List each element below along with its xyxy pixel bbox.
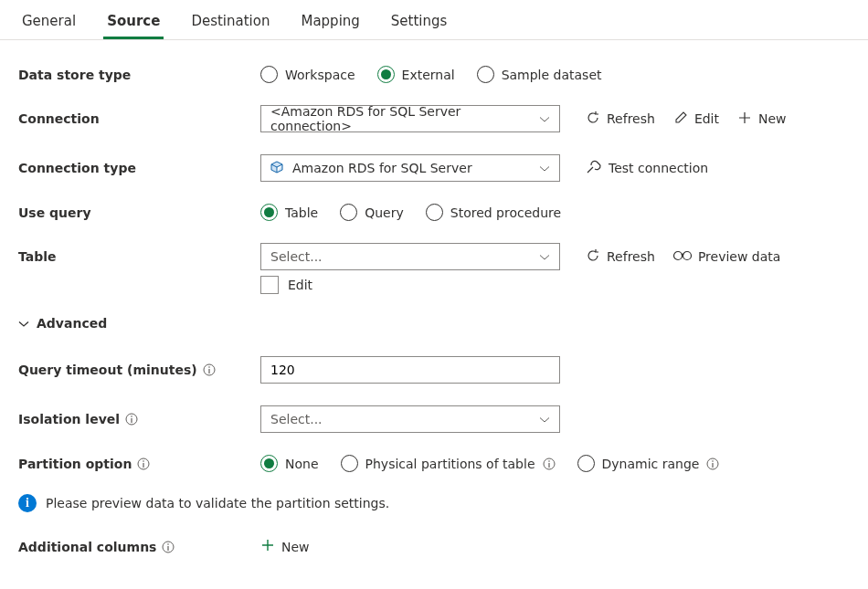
svg-point-0: [673, 252, 682, 260]
tab-settings[interactable]: Settings: [387, 5, 451, 39]
refresh-icon: [586, 110, 600, 128]
isolation-level-dropdown[interactable]: Select...: [260, 405, 560, 433]
svg-point-12: [548, 460, 550, 462]
info-icon[interactable]: [162, 541, 175, 553]
additional-columns-new-button[interactable]: New: [260, 538, 310, 555]
label-table: Table: [18, 249, 260, 264]
chevron-down-icon: [539, 249, 550, 264]
test-connection-button[interactable]: Test connection: [586, 160, 708, 177]
radio-partition-physical-label: Physical partitions of table: [365, 457, 535, 471]
refresh-icon: [586, 248, 600, 266]
svg-rect-19: [168, 546, 169, 551]
svg-rect-10: [143, 463, 144, 468]
radio-workspace[interactable]: Workspace: [260, 66, 355, 83]
radio-workspace-label: Workspace: [285, 68, 355, 82]
plus-icon: [260, 538, 275, 555]
advanced-toggle-label: Advanced: [37, 316, 107, 331]
radio-sample-label: Sample dataset: [502, 68, 602, 82]
radio-partition-dynamic-label: Dynamic range: [602, 457, 700, 471]
connection-type-value: Amazon RDS for SQL Server: [292, 161, 472, 175]
preview-data-label: Preview data: [698, 249, 780, 264]
radio-partition-physical[interactable]: Physical partitions of table: [341, 455, 556, 472]
radio-query-label: Query: [365, 205, 404, 220]
svg-point-15: [713, 460, 715, 462]
connection-refresh-button[interactable]: Refresh: [586, 110, 655, 128]
svg-point-18: [168, 543, 170, 545]
tab-mapping[interactable]: Mapping: [297, 5, 363, 39]
label-connection: Connection: [18, 111, 260, 126]
connection-refresh-label: Refresh: [607, 111, 655, 126]
svg-rect-13: [548, 463, 549, 468]
partition-info-text: Please preview data to validate the part…: [46, 496, 389, 510]
edit-icon: [673, 110, 688, 128]
radio-sample-dataset[interactable]: Sample dataset: [477, 66, 602, 83]
chevron-down-icon: [539, 412, 550, 426]
connection-new-button[interactable]: New: [737, 110, 787, 128]
radio-stored-procedure-label: Stored procedure: [450, 205, 561, 220]
connection-edit-label: Edit: [694, 111, 719, 126]
info-filled-icon: i: [18, 494, 37, 512]
svg-point-6: [131, 415, 132, 417]
label-query-timeout: Query timeout (minutes): [18, 363, 197, 377]
svg-rect-16: [713, 463, 714, 468]
info-icon[interactable]: [137, 458, 150, 470]
radio-table[interactable]: Table: [260, 204, 318, 221]
label-use-query: Use query: [18, 205, 260, 220]
chevron-down-icon: [539, 111, 550, 126]
svg-rect-4: [208, 369, 209, 373]
preview-icon: [673, 249, 692, 264]
svg-rect-7: [131, 418, 132, 423]
additional-columns-new-label: New: [281, 540, 310, 554]
cube-icon: [270, 161, 283, 176]
info-icon[interactable]: [706, 458, 719, 470]
connection-type-dropdown[interactable]: Amazon RDS for SQL Server: [260, 154, 560, 182]
radio-table-label: Table: [285, 205, 318, 220]
preview-data-button[interactable]: Preview data: [673, 249, 780, 264]
chevron-down-icon: [18, 316, 29, 331]
table-dropdown-placeholder: Select...: [270, 249, 323, 264]
table-edit-label: Edit: [288, 278, 312, 292]
chevron-down-icon: [539, 161, 550, 175]
table-refresh-button[interactable]: Refresh: [586, 248, 655, 266]
svg-point-1: [683, 252, 691, 260]
radio-partition-none[interactable]: None: [260, 455, 319, 472]
isolation-level-placeholder: Select...: [270, 412, 323, 426]
connection-new-label: New: [758, 111, 787, 126]
query-timeout-input[interactable]: [260, 356, 560, 384]
connection-dropdown-value: <Amazon RDS for SQL Server connection>: [270, 104, 532, 133]
tab-source[interactable]: Source: [103, 5, 164, 39]
test-connection-label: Test connection: [609, 161, 708, 175]
tab-general[interactable]: General: [18, 5, 79, 39]
info-icon[interactable]: [125, 413, 138, 426]
plus-icon: [737, 110, 752, 128]
radio-stored-procedure[interactable]: Stored procedure: [426, 204, 561, 221]
tab-bar: General Source Destination Mapping Setti…: [0, 0, 868, 40]
svg-point-9: [143, 460, 145, 462]
partition-info-banner: i Please preview data to validate the pa…: [18, 494, 850, 512]
test-connection-icon: [586, 160, 602, 177]
radio-external[interactable]: External: [377, 66, 455, 83]
label-partition-option: Partition option: [18, 457, 132, 471]
radio-partition-dynamic[interactable]: Dynamic range: [577, 455, 720, 472]
info-icon[interactable]: [543, 458, 556, 470]
table-refresh-label: Refresh: [607, 249, 655, 264]
advanced-toggle[interactable]: Advanced: [18, 316, 850, 331]
label-additional-columns: Additional columns: [18, 540, 156, 554]
table-dropdown[interactable]: Select...: [260, 243, 560, 270]
label-isolation-level: Isolation level: [18, 412, 120, 426]
svg-point-3: [208, 366, 210, 368]
radio-query[interactable]: Query: [340, 204, 404, 221]
label-data-store-type: Data store type: [18, 68, 260, 82]
info-icon[interactable]: [203, 363, 216, 376]
connection-dropdown[interactable]: <Amazon RDS for SQL Server connection>: [260, 105, 560, 132]
tab-destination[interactable]: Destination: [187, 5, 273, 39]
label-connection-type: Connection type: [18, 161, 260, 175]
connection-edit-button[interactable]: Edit: [673, 110, 719, 128]
radio-external-label: External: [402, 68, 455, 82]
radio-partition-none-label: None: [285, 457, 319, 471]
table-edit-checkbox[interactable]: [260, 276, 279, 294]
